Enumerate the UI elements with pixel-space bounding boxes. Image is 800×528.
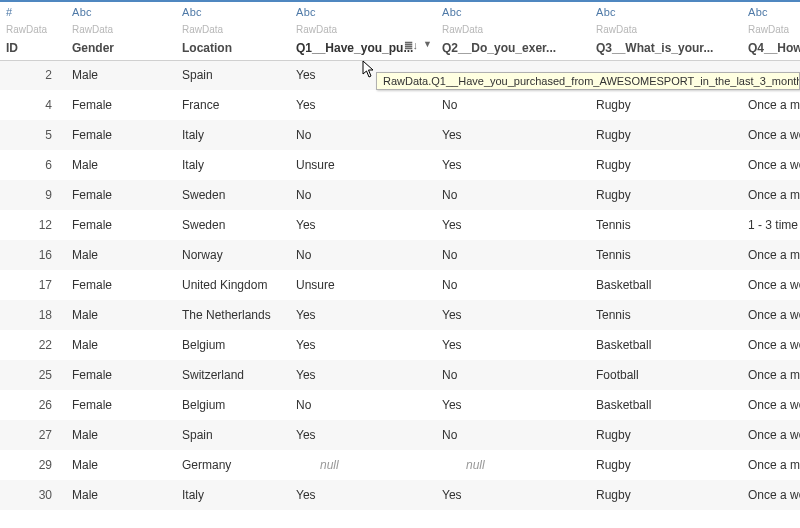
cell-gender[interactable]: Male — [66, 450, 176, 480]
cell-q1[interactable]: No — [290, 120, 436, 150]
cell-gender[interactable]: Female — [66, 210, 176, 240]
cell-q3[interactable]: Rugby — [590, 120, 742, 150]
column-header[interactable]: Gender — [66, 36, 176, 60]
cell-id[interactable]: 17 — [0, 270, 66, 300]
cell-id[interactable]: 6 — [0, 150, 66, 180]
column-type-indicator[interactable]: Abc — [436, 2, 590, 22]
cell-gender[interactable]: Female — [66, 270, 176, 300]
cell-q1[interactable]: Yes — [290, 90, 436, 120]
cell-gender[interactable]: Male — [66, 240, 176, 270]
table-row[interactable]: 26FemaleBelgiumNoYesBasketballOnce a we — [0, 390, 800, 420]
cell-q2[interactable]: No — [436, 90, 590, 120]
cell-q2[interactable]: No — [436, 240, 590, 270]
cell-q3[interactable]: Basketball — [590, 390, 742, 420]
table-row[interactable]: 5FemaleItalyNoYesRugbyOnce a we — [0, 120, 800, 150]
cell-gender[interactable]: Female — [66, 360, 176, 390]
cell-id[interactable]: 16 — [0, 240, 66, 270]
cell-q2[interactable]: Yes — [436, 150, 590, 180]
cell-q2[interactable]: Yes — [436, 480, 590, 510]
cell-q2[interactable]: No — [436, 180, 590, 210]
cell-location[interactable]: The Netherlands — [176, 300, 290, 330]
cell-q3[interactable]: Basketball — [590, 270, 742, 300]
cell-location[interactable]: Belgium — [176, 390, 290, 420]
cell-q4[interactable]: Once a we — [742, 420, 800, 450]
table-row[interactable]: 4FemaleFranceYesNoRugbyOnce a mo — [0, 90, 800, 120]
cell-id[interactable]: 9 — [0, 180, 66, 210]
table-row[interactable]: 9FemaleSwedenNoNoRugbyOnce a mo — [0, 180, 800, 210]
cell-gender[interactable]: Male — [66, 150, 176, 180]
cell-q4[interactable]: Once a we — [742, 330, 800, 360]
cell-id[interactable]: 4 — [0, 90, 66, 120]
column-header[interactable]: Q3__What_is_your... — [590, 36, 742, 60]
column-type-indicator[interactable]: Abc — [742, 2, 800, 22]
table-row[interactable]: 27MaleSpainYesNoRugbyOnce a we — [0, 420, 800, 450]
cell-q3[interactable]: Rugby — [590, 450, 742, 480]
cell-gender[interactable]: Female — [66, 390, 176, 420]
cell-q1[interactable]: Unsure — [290, 150, 436, 180]
cell-gender[interactable]: Male — [66, 480, 176, 510]
sort-icon[interactable]: ≣↓ — [404, 39, 419, 52]
cell-gender[interactable]: Female — [66, 90, 176, 120]
cell-q1[interactable]: Unsure — [290, 270, 436, 300]
cell-q3[interactable]: Rugby — [590, 90, 742, 120]
cell-id[interactable]: 25 — [0, 360, 66, 390]
cell-location[interactable]: Italy — [176, 150, 290, 180]
cell-q1[interactable]: Yes — [290, 210, 436, 240]
cell-q3[interactable]: Tennis — [590, 210, 742, 240]
table-row[interactable]: 22MaleBelgiumYesYesBasketballOnce a we — [0, 330, 800, 360]
column-header[interactable]: Q2__Do_you_exer... — [436, 36, 590, 60]
table-row[interactable]: 17FemaleUnited KingdomUnsureNoBasketball… — [0, 270, 800, 300]
cell-location[interactable]: Switzerland — [176, 360, 290, 390]
column-type-indicator[interactable]: # — [0, 2, 66, 22]
cell-q4[interactable]: Once a we — [742, 480, 800, 510]
cell-gender[interactable]: Male — [66, 300, 176, 330]
cell-q3[interactable]: Basketball — [590, 330, 742, 360]
cell-q4[interactable]: Once a we — [742, 120, 800, 150]
column-type-indicator[interactable]: Abc — [590, 2, 742, 22]
cell-q3[interactable]: Tennis — [590, 300, 742, 330]
chevron-down-icon[interactable]: ▼ — [423, 39, 432, 49]
cell-q1[interactable]: Yes — [290, 420, 436, 450]
table-row[interactable]: 16MaleNorwayNoNoTennisOnce a mo — [0, 240, 800, 270]
cell-q1[interactable]: No — [290, 240, 436, 270]
cell-q3[interactable]: Football — [590, 360, 742, 390]
cell-q1[interactable]: Yes — [290, 360, 436, 390]
cell-location[interactable]: Norway — [176, 240, 290, 270]
cell-gender[interactable]: Female — [66, 180, 176, 210]
cell-q2[interactable]: Yes — [436, 390, 590, 420]
cell-q2[interactable]: No — [436, 270, 590, 300]
cell-q2[interactable]: No — [436, 360, 590, 390]
cell-q3[interactable]: Rugby — [590, 180, 742, 210]
cell-id[interactable]: 26 — [0, 390, 66, 420]
cell-q1[interactable]: Yes — [290, 480, 436, 510]
cell-q4[interactable]: Once a mo — [742, 360, 800, 390]
table-row[interactable]: 30MaleItalyYesYesRugbyOnce a we — [0, 480, 800, 510]
cell-q1[interactable]: null — [290, 450, 436, 480]
cell-location[interactable]: France — [176, 90, 290, 120]
cell-location[interactable]: Sweden — [176, 180, 290, 210]
table-row[interactable]: 12FemaleSwedenYesYesTennis1 - 3 time — [0, 210, 800, 240]
cell-q2[interactable]: No — [436, 420, 590, 450]
cell-id[interactable]: 2 — [0, 60, 66, 90]
cell-id[interactable]: 29 — [0, 450, 66, 480]
cell-id[interactable]: 30 — [0, 480, 66, 510]
column-type-indicator[interactable]: Abc — [176, 2, 290, 22]
cell-id[interactable]: 22 — [0, 330, 66, 360]
cell-q2[interactable]: Yes — [436, 330, 590, 360]
cell-gender[interactable]: Male — [66, 420, 176, 450]
cell-q4[interactable]: Once a we — [742, 390, 800, 420]
column-header[interactable]: Location — [176, 36, 290, 60]
table-row[interactable]: 29MaleGermanynullnullRugbyOnce a mo — [0, 450, 800, 480]
cell-location[interactable]: Italy — [176, 480, 290, 510]
column-type-indicator[interactable]: Abc — [66, 2, 176, 22]
cell-q4[interactable]: 1 - 3 time — [742, 210, 800, 240]
cell-id[interactable]: 12 — [0, 210, 66, 240]
cell-gender[interactable]: Female — [66, 120, 176, 150]
cell-q1[interactable]: No — [290, 180, 436, 210]
column-header[interactable]: Q1__Have_you_pu...≣↓▼ — [290, 36, 436, 60]
table-row[interactable]: 25FemaleSwitzerlandYesNoFootballOnce a m… — [0, 360, 800, 390]
column-header[interactable]: ID — [0, 36, 66, 60]
cell-q1[interactable]: Yes — [290, 300, 436, 330]
cell-location[interactable]: Italy — [176, 120, 290, 150]
cell-q4[interactable]: Once a mo — [742, 180, 800, 210]
